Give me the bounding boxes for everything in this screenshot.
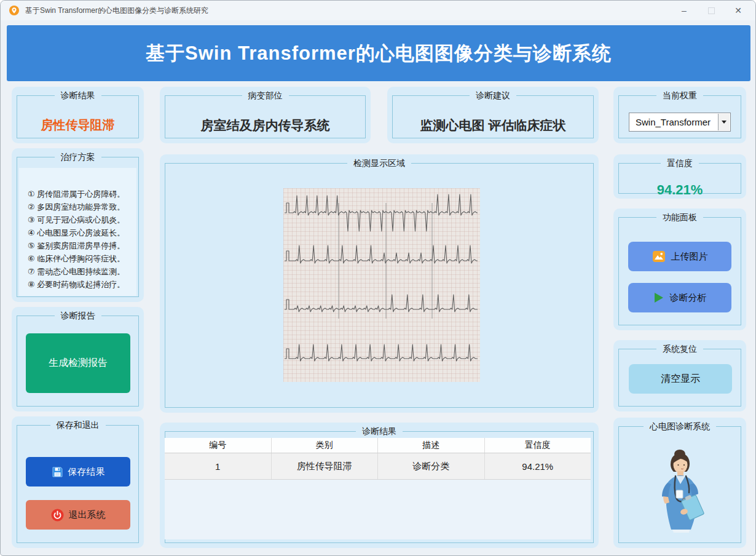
- treatment-item: ③ 可见于冠心病或心肌炎。: [28, 213, 136, 226]
- app-window: 基于Swin Transformer的心电图图像分类与诊断系统研究 – ✕ 基于…: [0, 0, 756, 556]
- detection-display-label: 检测显示区域: [347, 157, 411, 169]
- diagnosis-advice-card: 诊断建议 监测心电图 评估临床症状: [387, 87, 599, 143]
- clear-display-button[interactable]: 清空显示: [629, 364, 732, 394]
- treatment-item: ⑦ 需动态心电图持续监测。: [28, 265, 136, 278]
- cell-description: 诊断分类: [378, 453, 485, 479]
- save-results-button[interactable]: 保存结果: [26, 457, 130, 486]
- generate-report-button[interactable]: 生成检测报告: [26, 333, 130, 393]
- ecg-trace: [283, 188, 480, 382]
- diagnosis-report-label: 诊断报告: [55, 310, 101, 322]
- weight-combobox[interactable]: Swin_Transformer: [629, 113, 731, 132]
- app-pin-icon: [9, 6, 19, 15]
- diagnose-analyze-button[interactable]: 诊断分析: [628, 283, 731, 312]
- treatment-item: ⑧ 必要时药物或起搏治疗。: [28, 278, 136, 291]
- detection-display-card: 检测显示区域: [160, 154, 599, 413]
- treatment-plan-list: ① 房传阻滞属于心房障碍。 ② 多因房室结功能异常致。 ③ 可见于冠心病或心肌炎…: [19, 168, 136, 296]
- ecg-image: [283, 188, 480, 382]
- maximize-button[interactable]: [698, 1, 725, 20]
- chevron-down-icon[interactable]: [718, 114, 730, 130]
- diagnosis-table-card: 诊断结果 编号 类别 描述 置信度 1 房性传导阻滞 诊断分类 94.21%: [160, 423, 599, 548]
- title-bar: 基于Swin Transformer的心电图图像分类与诊断系统研究 – ✕: [1, 1, 755, 20]
- column-header-category[interactable]: 类别: [272, 438, 379, 453]
- window-controls: – ✕: [671, 1, 752, 20]
- system-reset-label: 系统复位: [656, 343, 703, 355]
- treatment-item: ② 多因房室结功能异常致。: [28, 201, 136, 213]
- nurse-illustration: [649, 448, 711, 533]
- lesion-site-label: 病变部位: [242, 90, 289, 101]
- table-header-row: 编号 类别 描述 置信度: [165, 438, 591, 453]
- diagnosis-result-value: 房性传导阻滞: [17, 117, 138, 133]
- system-reset-card: 系统复位 清空显示: [613, 340, 746, 411]
- mascot-label: 心电图诊断系统: [644, 421, 716, 432]
- diagnosis-report-card: 诊断报告 生成检测报告: [12, 307, 144, 411]
- treatment-item: ④ 心电图显示心房波延长。: [28, 226, 136, 239]
- confidence-card: 置信度 94.21%: [613, 154, 746, 199]
- column-header-description[interactable]: 描述: [378, 438, 485, 453]
- close-button[interactable]: ✕: [725, 1, 752, 20]
- window-title: 基于Swin Transformer的心电图图像分类与诊断系统研究: [25, 1, 208, 20]
- treatment-item: ⑤ 鉴别窦房阻滞房早停搏。: [28, 239, 136, 252]
- current-weight-card: 当前权重 Swin_Transformer: [613, 87, 746, 143]
- minimize-button[interactable]: –: [671, 1, 698, 20]
- cell-category: 房性传导阻滞: [272, 453, 379, 479]
- exit-system-button[interactable]: 退出系统: [26, 500, 130, 530]
- play-icon: [653, 292, 664, 304]
- diagnosis-result-label: 诊断结果: [55, 90, 101, 101]
- floppy-disk-icon: [52, 466, 63, 478]
- weight-combobox-value: Swin_Transformer: [636, 113, 711, 131]
- maximize-icon: [708, 7, 715, 14]
- confidence-value: 94.21%: [619, 182, 741, 198]
- mascot-card: 心电图诊断系统: [613, 418, 746, 548]
- column-header-confidence[interactable]: 置信度: [485, 438, 591, 453]
- diagnosis-result-card: 诊断结果 房性传导阻滞: [12, 87, 144, 143]
- confidence-label: 置信度: [661, 157, 699, 169]
- treatment-item: ① 房传阻滞属于心房障碍。: [28, 188, 136, 201]
- save-exit-card: 保存和退出 保存结果 退出系统: [12, 416, 144, 548]
- table-row[interactable]: 1 房性传导阻滞 诊断分类 94.21%: [165, 453, 591, 480]
- diagnosis-advice-label: 诊断建议: [470, 90, 516, 101]
- save-exit-label: 保存和退出: [50, 419, 106, 431]
- treatment-plan-card: 治疗方案 ① 房传阻滞属于心房障碍。 ② 多因房室结功能异常致。 ③ 可见于冠心…: [12, 148, 144, 302]
- lesion-site-value: 房室结及房内传导系统: [165, 117, 365, 134]
- upload-image-button[interactable]: 上传图片: [628, 242, 731, 271]
- current-weight-label: 当前权重: [656, 90, 703, 101]
- cell-no: 1: [165, 453, 272, 479]
- page-title: 基于Swin Transformer的心电图图像分类与诊断系统: [146, 41, 612, 66]
- header-banner: 基于Swin Transformer的心电图图像分类与诊断系统: [7, 25, 750, 81]
- picture-icon: [652, 250, 666, 263]
- cell-confidence: 94.21%: [485, 453, 591, 479]
- column-header-no[interactable]: 编号: [165, 438, 272, 453]
- diagnosis-table-label: 诊断结果: [356, 426, 403, 437]
- function-panel-card: 功能面板 上传图片 诊断分析: [613, 208, 746, 330]
- results-table: 编号 类别 描述 置信度 1 房性传导阻滞 诊断分类 94.21%: [165, 438, 591, 539]
- function-panel-label: 功能面板: [656, 212, 703, 223]
- treatment-plan-label: 治疗方案: [55, 151, 101, 163]
- treatment-item: ⑥ 临床伴心悸胸闷等症状。: [28, 252, 136, 265]
- diagnosis-advice-value: 监测心电图 评估临床症状: [393, 117, 593, 134]
- power-icon: [51, 509, 64, 522]
- lesion-site-card: 病变部位 房室结及房内传导系统: [160, 87, 371, 143]
